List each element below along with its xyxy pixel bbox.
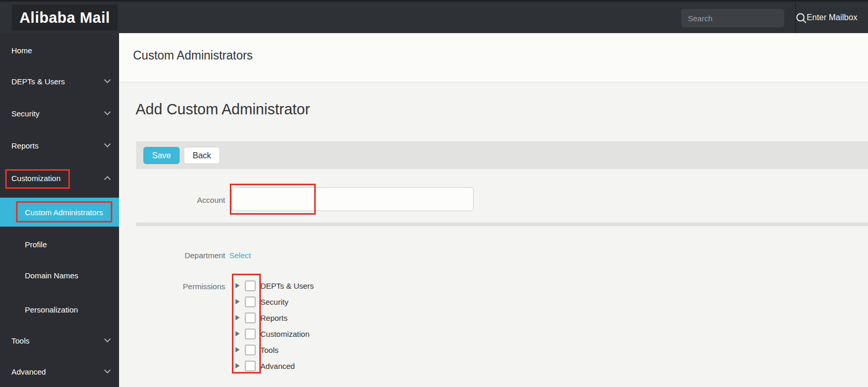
account-label: Account <box>132 196 225 204</box>
permission-row-security: Security <box>236 294 288 309</box>
permission-checkbox[interactable] <box>245 329 256 339</box>
page-title: Custom Administrators <box>133 49 253 63</box>
permissions-label: Permissions <box>132 282 225 291</box>
permission-checkbox[interactable] <box>245 345 256 355</box>
sidebar-item-label: Personalization <box>25 305 78 314</box>
form-toolbar: Save Back <box>136 141 868 169</box>
chevron-down-icon <box>104 336 111 343</box>
permission-label: DEPTs & Users <box>260 281 314 290</box>
department-label: Department <box>132 251 225 260</box>
sidebar-item-label: Security <box>11 109 39 118</box>
sidebar-item-profile[interactable]: Profile <box>0 234 119 255</box>
search-box[interactable] <box>681 9 784 27</box>
sidebar-item-label: Profile <box>25 240 47 249</box>
sidebar-item-customization[interactable]: Customization <box>0 168 119 188</box>
chevron-down-icon <box>104 77 111 83</box>
sidebar-nav: Home DEPTs & Users Security Reports Cust… <box>0 33 119 387</box>
permission-row-tools: Tools <box>236 342 278 358</box>
permission-label: Security <box>260 297 288 306</box>
sidebar-item-label: Advanced <box>11 367 46 376</box>
permission-row-advanced: Advanced <box>236 358 295 374</box>
permission-checkbox[interactable] <box>245 280 256 291</box>
chevron-down-icon <box>104 109 111 115</box>
app-logo: Alibaba Mail <box>12 5 117 31</box>
top-header: Alibaba Mail Enter Mailbox <box>0 0 868 33</box>
department-select-link[interactable]: Select <box>229 251 251 260</box>
sidebar-item-reports[interactable]: Reports <box>0 135 119 156</box>
enter-mailbox-button[interactable]: Enter Mailbox <box>796 2 868 33</box>
permission-checkbox[interactable] <box>245 296 256 307</box>
sidebar-item-label: Custom Administrators <box>25 208 103 217</box>
chevron-up-icon <box>104 176 111 183</box>
sidebar-item-custom-administrators[interactable]: Custom Administrators <box>0 198 119 227</box>
permission-checkbox[interactable] <box>245 361 256 371</box>
section-divider <box>136 222 868 226</box>
sidebar-item-label: Domain Names <box>25 271 78 280</box>
chevron-down-icon <box>104 367 111 374</box>
account-input[interactable] <box>231 187 474 211</box>
chevron-down-icon <box>104 141 111 147</box>
app-logo-text: Alibaba Mail <box>19 9 110 26</box>
permission-label: Tools <box>260 346 278 354</box>
sidebar-item-home[interactable]: Home <box>0 40 119 61</box>
expand-arrow-icon[interactable] <box>236 315 240 320</box>
sidebar-item-label: DEPTs & Users <box>11 77 65 86</box>
sidebar-item-personalization[interactable]: Personalization <box>0 299 119 320</box>
sidebar-item-label: Customization <box>11 174 61 183</box>
permission-label: Reports <box>260 314 288 322</box>
sidebar-item-label: Reports <box>11 141 39 150</box>
sidebar-item-label: Home <box>11 46 32 55</box>
expand-arrow-icon[interactable] <box>236 347 240 352</box>
sidebar-item-security[interactable]: Security <box>0 103 119 124</box>
permission-row-customization: Customization <box>236 326 310 341</box>
permission-label: Advanced <box>260 362 295 370</box>
sidebar-item-depts-users[interactable]: DEPTs & Users <box>0 71 119 92</box>
sidebar-item-domain-names[interactable]: Domain Names <box>0 265 119 286</box>
sidebar-item-tools[interactable]: Tools <box>0 330 119 351</box>
expand-arrow-icon[interactable] <box>236 363 240 368</box>
expand-arrow-icon[interactable] <box>236 283 240 288</box>
section-title: Add Custom Administrator <box>136 101 310 118</box>
sidebar-item-advanced[interactable]: Advanced <box>0 361 119 382</box>
permission-row-reports: Reports <box>236 310 288 325</box>
save-button[interactable]: Save <box>143 147 180 164</box>
search-input[interactable] <box>681 9 795 27</box>
permission-label: Customization <box>260 330 310 338</box>
sidebar-item-label: Tools <box>11 336 30 345</box>
permission-checkbox[interactable] <box>245 312 256 323</box>
back-button[interactable]: Back <box>184 147 220 164</box>
expand-arrow-icon[interactable] <box>236 299 240 304</box>
permission-row-depts-users: DEPTs & Users <box>236 278 314 293</box>
expand-arrow-icon[interactable] <box>236 331 240 336</box>
